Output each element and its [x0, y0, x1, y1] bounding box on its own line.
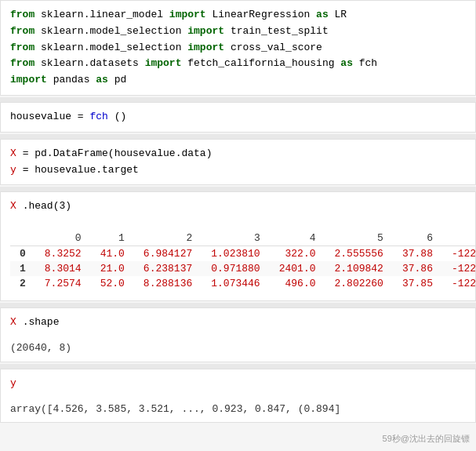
cell-2-6: 37.85: [393, 276, 442, 291]
cell-0-4: 322.0: [270, 246, 325, 262]
cell-1-1: 21.0: [91, 261, 134, 276]
cell-y: y array([4.526, 3.585, 3.521, ..., 0.923…: [0, 369, 476, 424]
code-line-3: from sklearn.model_selection import cros…: [10, 40, 466, 56]
code-line-1: from sklearn.linear_model import LinearR…: [10, 7, 466, 24]
cell-imports: from sklearn.linear_model import LinearR…: [0, 0, 476, 96]
code-line-2: from sklearn.model_selection import trai…: [10, 24, 466, 40]
cell-xshape: X .shape (20640, 8): [0, 307, 476, 362]
cell-1-5: 2.109842: [325, 261, 393, 276]
cell-xy: X = pd.DataFrame(housevalue.data) y = ho…: [0, 139, 476, 186]
cell-2-5: 2.802260: [325, 276, 393, 291]
cell-2-1: 52.0: [91, 276, 134, 291]
cell-0-5: 2.555556: [325, 246, 393, 262]
code-line-4: from sklearn.datasets import fetch_calif…: [10, 56, 466, 72]
cell-2-2: 8.288136: [134, 276, 202, 291]
dataframe-table: 0 1 2 3 4 5 6 7 0 8.3252 41.0: [10, 231, 475, 291]
output-table-wrapper: 0 1 2 3 4 5 6 7 0 8.3252 41.0: [1, 221, 475, 300]
output-xshape: (20640, 8): [1, 337, 475, 362]
cell-1-0: 8.3014: [35, 261, 91, 276]
kw-import: import: [169, 9, 206, 20]
cell-2-7: -122.24: [442, 276, 475, 291]
table-row: 1 8.3014 21.0 6.238137 0.971880 2401.0 2…: [10, 261, 475, 276]
row-idx-2: 2: [10, 276, 35, 291]
cell-xy-code: X = pd.DataFrame(housevalue.data) y = ho…: [1, 140, 475, 185]
cell-0-1: 41.0: [91, 246, 134, 262]
col-header-0: 0: [35, 231, 91, 246]
cell-xhead-code: X .head(3): [1, 192, 475, 221]
col-header-1: 1: [91, 231, 134, 246]
cell-2-0: 7.2574: [35, 276, 91, 291]
cell-1-3: 0.971880: [202, 261, 269, 276]
col-header-5: 5: [325, 231, 393, 246]
cell-0-6: 37.88: [393, 246, 442, 262]
cell-0-0: 8.3252: [35, 246, 91, 262]
cell-1-6: 37.86: [393, 261, 442, 276]
cell-xshape-code: X .shape: [1, 308, 475, 337]
col-header-2: 2: [134, 231, 202, 246]
code-line-y: y = housevalue.target: [10, 162, 466, 179]
code-line-xhead: X .head(3): [10, 198, 466, 215]
cell-housevalue-code: housevalue = fch (): [1, 103, 475, 132]
row-idx-1: 1: [10, 261, 35, 276]
cell-1-2: 6.238137: [134, 261, 202, 276]
table-row: 2 7.2574 52.0 8.288136 1.073446 496.0 2.…: [10, 276, 475, 291]
col-header-7: 7: [442, 231, 475, 246]
cell-0-7: -122.23: [442, 246, 475, 262]
cell-2-3: 1.073446: [202, 276, 269, 291]
kw-from: from: [10, 9, 35, 20]
cell-2-4: 496.0: [270, 276, 325, 291]
code-line-5: import pandas as pd: [10, 72, 466, 89]
col-header-6: 6: [393, 231, 442, 246]
cell-0-2: 6.984127: [134, 246, 202, 262]
cell-1-4: 2401.0: [270, 261, 325, 276]
cell-housevalue: housevalue = fch (): [0, 102, 476, 133]
code-line-x: X = pd.DataFrame(housevalue.data): [10, 146, 466, 162]
output-y: array([4.526, 3.585, 3.521, ..., 0.923, …: [1, 398, 475, 423]
cell-xhead: X .head(3) 0 1 2 3 4 5 6 7: [0, 191, 476, 301]
code-line-y-val: y: [10, 376, 466, 392]
cell-imports-code: from sklearn.linear_model import LinearR…: [1, 1, 475, 95]
notebook: from sklearn.linear_model import LinearR…: [0, 0, 476, 423]
code-line-xshape: X .shape: [10, 315, 466, 331]
col-header-3: 3: [202, 231, 269, 246]
code-line-housevalue: housevalue = fch (): [10, 109, 466, 125]
cell-1-7: -122.22: [442, 261, 475, 276]
cell-y-code: y: [1, 369, 475, 398]
row-idx-0: 0: [10, 246, 35, 262]
table-row: 0 8.3252 41.0 6.984127 1.023810 322.0 2.…: [10, 246, 475, 262]
kw-as: as: [316, 9, 329, 20]
table-header-row: 0 1 2 3 4 5 6 7: [10, 231, 475, 246]
cell-0-3: 1.023810: [202, 246, 269, 262]
col-header-idx: [10, 231, 35, 246]
col-header-4: 4: [270, 231, 325, 246]
